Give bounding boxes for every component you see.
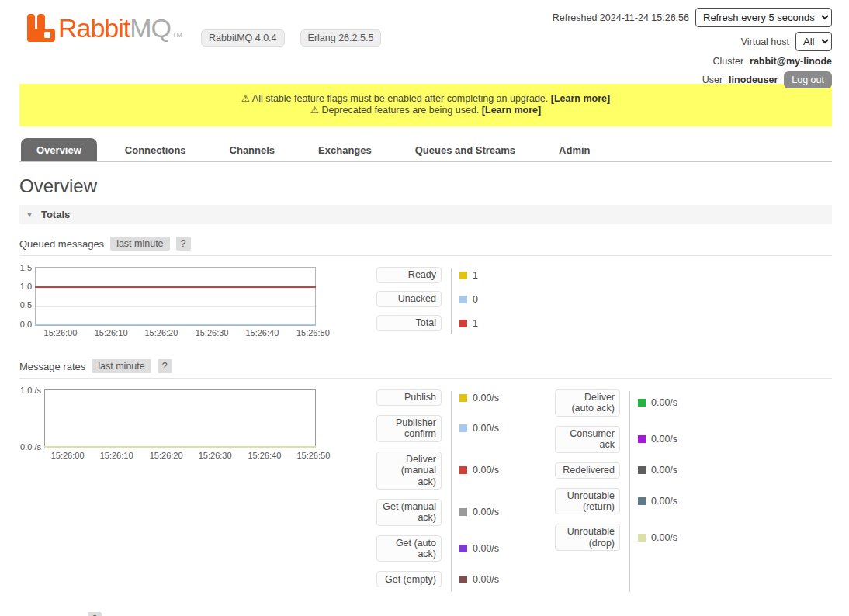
publish-swatch bbox=[459, 394, 467, 402]
global-counts-heading: Global counts ? bbox=[19, 612, 832, 616]
unroutable-drop-swatch bbox=[638, 534, 646, 542]
deliver-manual-ack-rate: 0.00/s bbox=[473, 465, 499, 476]
rabbitmq-logo[interactable]: RabbitMQ TM bbox=[27, 14, 182, 42]
tab-exchanges[interactable]: Exchanges bbox=[303, 138, 387, 161]
series-line-unacked bbox=[35, 324, 316, 325]
x-tick: 15:26:10 bbox=[100, 451, 133, 460]
y-tick: 0.0 /s bbox=[19, 442, 41, 452]
legend-row-total: Total 1 bbox=[376, 315, 541, 331]
totals-label: Totals bbox=[41, 209, 70, 220]
legend-row-get-manual-ack: Get (manual ack) 0.00/s bbox=[376, 499, 541, 526]
total-value: 1 bbox=[473, 318, 478, 329]
global-counts-help-icon[interactable]: ? bbox=[88, 612, 102, 616]
deliver-auto-ack-rate: 0.00/s bbox=[651, 397, 677, 408]
legend-toggle-deliver-auto-ack[interactable]: Deliver (auto ack) bbox=[555, 389, 620, 417]
legend-toggle-get-auto-ack[interactable]: Get (auto ack) bbox=[376, 535, 442, 562]
tab-admin[interactable]: Admin bbox=[543, 138, 605, 161]
x-tick: 15:26:10 bbox=[95, 328, 128, 337]
legend-row-deliver-auto-ack: Deliver (auto ack) 0.00/s bbox=[555, 389, 719, 417]
rates-legend-right: Deliver (auto ack) 0.00/s Consumer ack 0… bbox=[555, 389, 719, 597]
collapse-triangle-icon[interactable]: ▼ bbox=[26, 210, 33, 219]
legend-toggle-redelivered[interactable]: Redelivered bbox=[555, 462, 620, 479]
x-tick: 15:26:50 bbox=[296, 451, 330, 460]
deliver-manual-ack-swatch bbox=[459, 466, 467, 474]
virtual-host-label: Virtual host bbox=[741, 36, 789, 47]
legend-row-unroutable-return: Unroutable (return) 0.00/s bbox=[555, 488, 719, 515]
ready-value: 1 bbox=[473, 270, 478, 281]
x-tick: 15:26:20 bbox=[144, 328, 178, 337]
unroutable-return-rate: 0.00/s bbox=[651, 496, 677, 507]
y-tick: 0.5 bbox=[19, 300, 32, 310]
tab-overview[interactable]: Overview bbox=[21, 138, 97, 161]
legend-toggle-deliver-manual-ack[interactable]: Deliver (manual ack) bbox=[376, 452, 442, 490]
get-manual-ack-swatch bbox=[459, 508, 467, 516]
page-title: Overview bbox=[19, 175, 832, 197]
message-rates-chart-row: 1.0 /s 0.0 /s 15:26:00 15:26:10 15:26:20… bbox=[19, 389, 832, 597]
rates-x-axis: 15:26:00 15:26:10 15:26:20 15:26:30 15:2… bbox=[44, 448, 316, 461]
feature-flags-warning-text: ⚠ All stable feature flags must be enabl… bbox=[241, 93, 548, 104]
x-tick: 15:26:50 bbox=[296, 328, 330, 337]
legend-toggle-total[interactable]: Total bbox=[376, 315, 442, 331]
logo-tm: TM bbox=[172, 31, 182, 42]
queued-messages-chart: 1.5 1.0 0.5 0.0 15:26:00 15:26:10 15:26:… bbox=[19, 267, 346, 339]
virtual-host-select[interactable]: All bbox=[795, 32, 832, 51]
legend-toggle-unroutable-drop[interactable]: Unroutable (drop) bbox=[555, 524, 620, 551]
logo-text: RabbitMQ bbox=[58, 14, 171, 42]
redelivered-swatch bbox=[638, 466, 646, 474]
legend-row-publish: Publish 0.00/s bbox=[376, 389, 541, 406]
publish-rate: 0.00/s bbox=[473, 393, 499, 403]
rates-legend-left: Publish 0.00/s Publisher confirm 0.00/s … bbox=[376, 389, 541, 597]
rates-period-badge[interactable]: last minute bbox=[92, 359, 151, 373]
feature-flags-learn-more-link[interactable]: [Learn more] bbox=[551, 93, 610, 104]
consumer-ack-rate: 0.00/s bbox=[651, 434, 677, 445]
deprecated-learn-more-link[interactable]: [Learn more] bbox=[482, 105, 541, 116]
legend-toggle-publisher-confirm[interactable]: Publisher confirm bbox=[376, 415, 442, 442]
legend-toggle-get-manual-ack[interactable]: Get (manual ack) bbox=[376, 499, 442, 526]
series-line-total bbox=[35, 286, 316, 288]
deprecated-warning-text: ⚠ Deprecated features are being used. bbox=[310, 105, 480, 116]
queued-period-badge[interactable]: last minute bbox=[110, 237, 169, 251]
legend-toggle-get-empty[interactable]: Get (empty) bbox=[376, 571, 442, 587]
y-tick: 1.0 /s bbox=[19, 386, 41, 395]
tab-queues-and-streams[interactable]: Queues and Streams bbox=[400, 138, 531, 161]
header: RabbitMQ TM RabbitMQ 4.0.4 Erlang 26.2.5… bbox=[19, 0, 832, 84]
logout-button[interactable]: Log out bbox=[784, 71, 832, 88]
y-tick: 0.0 bbox=[19, 320, 32, 329]
legend-toggle-unacked[interactable]: Unacked bbox=[376, 291, 442, 307]
tab-connections[interactable]: Connections bbox=[109, 138, 202, 161]
queued-plot-area bbox=[35, 267, 316, 326]
x-tick: 15:26:00 bbox=[44, 328, 78, 337]
queued-help-icon[interactable]: ? bbox=[176, 237, 191, 251]
legend-row-redelivered: Redelivered 0.00/s bbox=[555, 462, 719, 479]
publisher-confirm-swatch bbox=[459, 424, 467, 432]
legend-toggle-unroutable-return[interactable]: Unroutable (return) bbox=[555, 488, 620, 515]
queued-messages-title: Queued messages bbox=[19, 238, 104, 250]
ready-swatch bbox=[459, 272, 467, 279]
banner-line-feature-flags: ⚠ All stable feature flags must be enabl… bbox=[27, 93, 824, 105]
x-tick: 15:26:00 bbox=[51, 451, 85, 460]
legend-row-unacked: Unacked 0 bbox=[376, 291, 541, 307]
legend-toggle-publish[interactable]: Publish bbox=[376, 389, 442, 406]
refresh-interval-select[interactable]: Refresh every 5 seconds bbox=[695, 8, 832, 27]
tab-channels[interactable]: Channels bbox=[214, 138, 291, 161]
unacked-value: 0 bbox=[473, 294, 478, 305]
legend-toggle-consumer-ack[interactable]: Consumer ack bbox=[555, 426, 620, 453]
totals-section-header[interactable]: ▼ Totals bbox=[19, 205, 832, 224]
x-tick: 15:26:20 bbox=[150, 451, 183, 460]
header-right: Refreshed 2024-11-24 15:26:56 Refresh ev… bbox=[553, 8, 832, 93]
legend-row-unroutable-drop: Unroutable (drop) 0.00/s bbox=[555, 524, 719, 551]
publisher-confirm-rate: 0.00/s bbox=[473, 423, 499, 434]
legend-row-consumer-ack: Consumer ack 0.00/s bbox=[555, 426, 719, 453]
legend-toggle-ready[interactable]: Ready bbox=[376, 267, 442, 283]
x-tick: 15:26:40 bbox=[248, 451, 281, 460]
rabbitmq-overview-page: RabbitMQ TM RabbitMQ 4.0.4 Erlang 26.2.5… bbox=[0, 0, 849, 616]
rates-help-icon[interactable]: ? bbox=[158, 359, 172, 373]
x-tick: 15:26:40 bbox=[245, 328, 279, 337]
erlang-version-badge: Erlang 26.2.5.5 bbox=[300, 29, 382, 47]
consumer-ack-swatch bbox=[638, 435, 646, 443]
get-auto-ack-swatch bbox=[459, 545, 467, 552]
legend-row-get-auto-ack: Get (auto ack) 0.00/s bbox=[376, 535, 541, 562]
user-label: User bbox=[702, 74, 723, 85]
unacked-swatch bbox=[459, 296, 467, 303]
y-tick: 1.0 bbox=[19, 282, 32, 291]
